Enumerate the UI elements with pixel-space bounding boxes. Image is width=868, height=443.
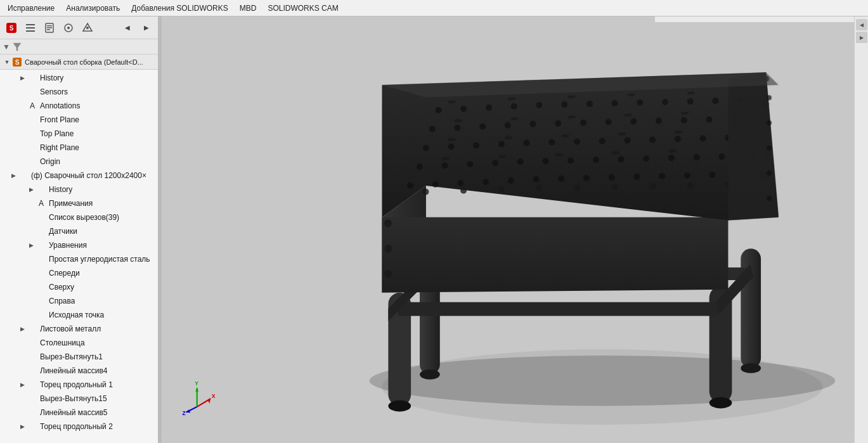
right-panel-btn-1[interactable]: ◀ bbox=[856, 19, 867, 30]
menu-item-mbd[interactable]: MBD bbox=[235, 3, 262, 14]
item-icon bbox=[36, 184, 47, 195]
svg-rect-7 bbox=[47, 27, 52, 29]
feature-tree[interactable]: ▶HistorySensorsAAnnotationsFront PlaneTo… bbox=[0, 70, 158, 443]
item-label: Датчики bbox=[49, 227, 77, 236]
svg-rect-190 bbox=[681, 112, 689, 115]
svg-text:Z: Z bbox=[183, 410, 186, 416]
item-label: Уравнения bbox=[49, 241, 87, 250]
svg-rect-183 bbox=[567, 95, 575, 98]
solidworks-logo-btn[interactable]: S bbox=[3, 19, 20, 37]
item-label: Вырез-Вытянуть15 bbox=[40, 394, 107, 403]
tree-item-spereди[interactable]: Спереди bbox=[0, 266, 158, 280]
model-3d bbox=[162, 16, 854, 443]
svg-point-129 bbox=[479, 124, 486, 130]
item-label: Front Plane bbox=[40, 115, 79, 124]
svg-rect-198 bbox=[555, 153, 562, 157]
svg-point-143 bbox=[498, 141, 505, 148]
feature-manager-btn[interactable] bbox=[22, 19, 39, 37]
svg-rect-184 bbox=[628, 93, 635, 96]
tree-item-vyrez15[interactable]: Вырез-Вытянуть15 bbox=[0, 392, 158, 406]
item-icon: A bbox=[27, 100, 38, 112]
svg-point-150 bbox=[675, 136, 681, 143]
svg-point-115 bbox=[461, 106, 467, 112]
item-icon bbox=[27, 156, 38, 167]
funnel-icon bbox=[13, 42, 22, 51]
expand-icon: ▶ bbox=[18, 380, 27, 389]
expand-icon bbox=[27, 213, 36, 222]
tree-item-linmassiv4[interactable]: Линейный массив4 bbox=[0, 364, 158, 378]
item-label: History bbox=[40, 74, 63, 82]
tree-item-spisok[interactable]: Список вырезов(39) bbox=[0, 210, 158, 224]
expand-icon bbox=[18, 87, 27, 96]
item-label: Линейный массив4 bbox=[40, 366, 108, 375]
tree-item-sprava[interactable]: Справа bbox=[0, 294, 158, 308]
tree-item-steel[interactable]: Простая углеродистая сталь bbox=[0, 252, 158, 266]
svg-rect-187 bbox=[511, 117, 519, 120]
tree-item-ishodtochka[interactable]: Исходная точка bbox=[0, 308, 158, 322]
tree-item-uravneniya[interactable]: ▶Уравнения bbox=[0, 238, 158, 252]
svg-point-123 bbox=[662, 99, 668, 105]
tree-item-sensors[interactable]: Sensors bbox=[0, 85, 158, 99]
property-mgr-btn[interactable] bbox=[41, 19, 58, 37]
svg-rect-189 bbox=[625, 113, 632, 117]
svg-point-206 bbox=[498, 186, 505, 193]
tree-item-listmetal[interactable]: ▶Листовой металл bbox=[0, 322, 158, 336]
tree-item-linmassiv5[interactable]: Линейный массив5 bbox=[0, 406, 158, 420]
tree-item-sverhu[interactable]: Сверху bbox=[0, 280, 158, 294]
tree-item-torezprod2[interactable]: ▶Торец продольный 2 bbox=[0, 420, 158, 433]
item-label: (ф) Сварочный стол 1200x2400× bbox=[31, 171, 146, 180]
svg-point-209 bbox=[612, 184, 618, 190]
tree-item-stoleshniza[interactable]: Столешница bbox=[0, 336, 158, 350]
tree-item-front-plane[interactable]: Front Plane bbox=[0, 113, 158, 127]
dxf-btn[interactable] bbox=[79, 19, 96, 37]
tree-item-svartable[interactable]: ▶(ф) Сварочный стол 1200x2400× bbox=[0, 169, 158, 183]
svg-rect-8 bbox=[47, 29, 50, 30]
svg-rect-191 bbox=[448, 138, 456, 141]
tree-item-vyrez1[interactable]: Вырез-Вытянуть1 bbox=[0, 350, 158, 364]
svg-rect-6 bbox=[47, 25, 52, 27]
config-mgr-btn[interactable] bbox=[60, 19, 77, 37]
svg-point-160 bbox=[593, 157, 599, 163]
item-label: Столешница bbox=[40, 338, 85, 347]
item-label: Простая углеродистая сталь bbox=[49, 255, 150, 264]
tree-root-expand: ▼ bbox=[3, 58, 11, 67]
tree-item-top-plane[interactable]: Top Plane bbox=[0, 127, 158, 141]
tree-item-annotations[interactable]: AAnnotations bbox=[0, 99, 158, 113]
svg-point-125 bbox=[713, 98, 719, 104]
svg-point-164 bbox=[694, 154, 700, 160]
svg-point-114 bbox=[436, 107, 442, 113]
svg-point-118 bbox=[536, 102, 543, 108]
svg-point-12 bbox=[86, 27, 89, 29]
menu-item-analizirovat[interactable]: Анализировать bbox=[61, 3, 125, 14]
svg-point-221 bbox=[767, 120, 772, 125]
svg-point-127 bbox=[429, 126, 436, 132]
3d-viewport[interactable]: 🔍 🔎 bbox=[162, 16, 854, 443]
menu-item-cam[interactable]: SOLIDWORKS CAM bbox=[262, 3, 343, 14]
svg-point-159 bbox=[567, 157, 574, 164]
tree-item-torezproд1[interactable]: ▶Торец продольный 1 bbox=[0, 378, 158, 392]
tree-item-history2[interactable]: ▶History bbox=[0, 183, 158, 196]
svg-point-169 bbox=[458, 180, 464, 186]
svg-point-134 bbox=[606, 119, 612, 125]
right-panel-btn-2[interactable]: ▶ bbox=[856, 32, 867, 43]
svg-point-132 bbox=[555, 120, 561, 127]
menu-item-ispravlenie[interactable]: Исправление bbox=[3, 3, 60, 14]
tree-item-right-plane[interactable]: Right Plane bbox=[0, 141, 158, 155]
svg-rect-185 bbox=[687, 91, 695, 94]
svg-point-135 bbox=[631, 119, 637, 125]
tree-item-origin[interactable]: Origin bbox=[0, 155, 158, 169]
expand-icon bbox=[18, 115, 27, 124]
tree-root-item[interactable]: ▼ S Сварочный стол сборка (Default<D... bbox=[0, 55, 158, 70]
expand-icon bbox=[27, 311, 36, 319]
tree-item-primechaniya[interactable]: AПримечания bbox=[0, 196, 158, 210]
svg-point-174 bbox=[583, 175, 590, 181]
expand-icon bbox=[27, 297, 36, 305]
menu-item-dobavleniya[interactable]: Добавления SOLIDWORKS bbox=[126, 3, 233, 14]
tree-item-datchiki[interactable]: Датчики bbox=[0, 224, 158, 238]
tree-item-history1[interactable]: ▶History bbox=[0, 71, 158, 85]
collapse-panel-btn[interactable]: ◀ bbox=[119, 19, 136, 37]
svg-point-171 bbox=[508, 177, 514, 184]
svg-text:A: A bbox=[39, 199, 44, 208]
svg-rect-193 bbox=[561, 134, 569, 138]
expand-panel-btn[interactable]: ▶ bbox=[138, 19, 155, 37]
